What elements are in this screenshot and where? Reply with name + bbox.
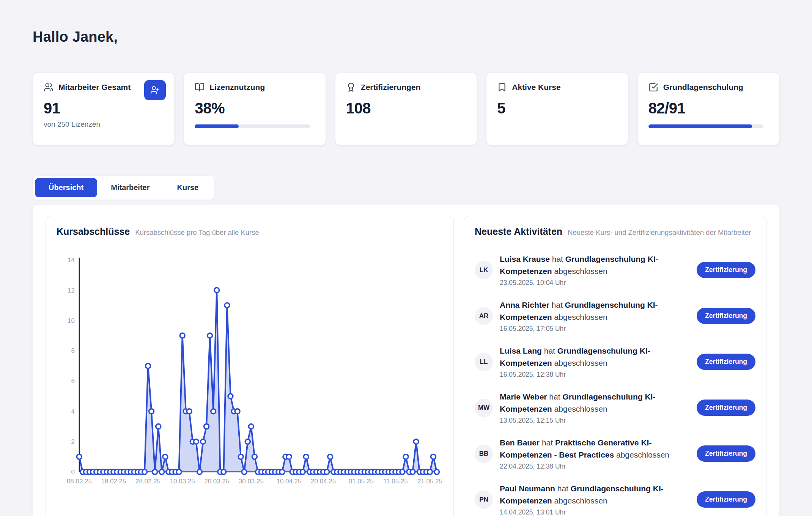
activity-user: Luisa Krause	[500, 255, 550, 263]
svg-text:28.02.25: 28.02.25	[135, 478, 161, 485]
activity-row: MW Marie Weber hat Grundlagenschulung KI…	[475, 385, 755, 431]
activity-timestamp: 16.05.2025, 17:05 Uhr	[500, 325, 690, 333]
stat-value: 108	[346, 100, 466, 117]
svg-text:2: 2	[71, 438, 74, 445]
stat-label: Mitarbeiter Gesamt	[58, 83, 131, 92]
overview-panel: Kursabschlüsse Kursabschlüsse pro Tag üb…	[33, 205, 779, 516]
svg-text:20.03.25: 20.03.25	[204, 478, 229, 485]
activity-timestamp: 22.04.2025, 12:38 Uhr	[500, 463, 690, 470]
stat-card-mitarbeiter-gesamt: Mitarbeiter Gesamt 91 von 250 Lizenzen	[33, 72, 175, 145]
stat-card-grundlagenschulung: Grundlagenschulung 82/91	[637, 72, 779, 145]
svg-text:10.04.25: 10.04.25	[276, 478, 301, 485]
stat-label: Grundlagenschulung	[663, 83, 743, 92]
stat-value: 91	[44, 100, 164, 117]
certification-badge: Zertifizierung	[697, 262, 755, 278]
stats-row: Mitarbeiter Gesamt 91 von 250 Lizenzen	[33, 72, 779, 145]
svg-text:30.03.25: 30.03.25	[239, 478, 264, 485]
stat-value: 82/91	[648, 100, 768, 117]
activity-row: LK Luisa Krause hat Grundlagenschulung K…	[475, 247, 755, 293]
stat-label: Aktive Kurse	[512, 83, 560, 92]
activity-list: LK Luisa Krause hat Grundlagenschulung K…	[475, 247, 755, 516]
activity-user: Anna Richter	[500, 300, 549, 309]
progress-fill	[195, 124, 238, 128]
users-icon	[44, 82, 54, 92]
activity-row: AR Anna Richter hat Grundlagenschulung K…	[475, 293, 755, 339]
svg-text:21.05.25: 21.05.25	[417, 478, 442, 485]
neueste-aktivitaeten-card: Neueste Aktivitäten Neueste Kurs- und Ze…	[464, 216, 766, 516]
avatar: BB	[475, 445, 493, 463]
tab-kurse[interactable]: Kurse	[164, 178, 212, 197]
svg-text:08.02.25: 08.02.25	[67, 478, 92, 485]
kursabschluesse-card: Kursabschlüsse Kursabschlüsse pro Tag üb…	[46, 216, 454, 516]
stat-card-zertifizierungen: Zertifizierungen 108	[335, 72, 477, 145]
avatar: MW	[475, 399, 493, 417]
avatar: PN	[475, 491, 493, 509]
stat-card-aktive-kurse: Aktive Kurse 5	[486, 72, 628, 145]
certification-badge: Zertifizierung	[697, 308, 755, 324]
activities-subtitle: Neueste Kurs- und Zertifizierungsaktivit…	[568, 228, 751, 237]
stat-card-lizenznutzung: Lizenznutzung 38%	[184, 72, 326, 145]
stat-label: Zertifizierungen	[361, 83, 421, 92]
dashboard-page: Hallo Janek, Mitarbeiter Gesamt 91	[0, 0, 812, 516]
svg-text:14: 14	[68, 256, 75, 264]
activities-title: Neueste Aktivitäten	[475, 226, 562, 237]
training-progress-bar	[648, 124, 764, 128]
svg-text:4: 4	[71, 408, 74, 415]
activity-timestamp: 14.04.2025, 13:01 Uhr	[500, 508, 690, 516]
activity-user: Ben Bauer	[500, 438, 540, 447]
activity-user: Paul Neumann	[500, 484, 555, 493]
square-check-icon	[648, 82, 658, 92]
chart-title: Kursabschlüsse	[57, 226, 130, 237]
license-progress-bar	[195, 124, 310, 128]
activity-user: Luisa Lang	[500, 346, 542, 355]
avatar: LL	[475, 353, 493, 371]
tab-uebersicht[interactable]: Übersicht	[35, 178, 97, 197]
stat-value: 5	[497, 100, 617, 117]
certification-badge: Zertifizierung	[697, 354, 755, 370]
activity-timestamp: 23.05.2025, 10:04 Uhr	[500, 279, 690, 287]
svg-text:8: 8	[71, 347, 74, 354]
stat-value: 38%	[195, 100, 315, 117]
activity-row: PN Paul Neumann hat Grundlagenschulung K…	[475, 477, 755, 516]
svg-text:6: 6	[71, 378, 74, 385]
svg-text:10.03.25: 10.03.25	[170, 478, 195, 485]
svg-text:18.02.25: 18.02.25	[101, 478, 126, 485]
svg-text:01.05.25: 01.05.25	[349, 478, 374, 485]
user-plus-icon	[150, 85, 160, 95]
award-icon	[346, 82, 356, 92]
avatar: LK	[475, 261, 493, 279]
svg-text:11.05.25: 11.05.25	[383, 478, 408, 485]
line-chart-svg: 0246810121408.02.2518.02.2528.02.2510.03…	[57, 249, 443, 495]
activity-timestamp: 13.05.2025, 12:15 Uhr	[500, 417, 690, 425]
certification-badge: Zertifizierung	[697, 445, 755, 462]
kursabschluesse-chart: 0246810121408.02.2518.02.2528.02.2510.03…	[57, 249, 443, 495]
stat-label: Lizenznutzung	[209, 83, 265, 92]
activity-user: Marie Weber	[500, 392, 547, 401]
svg-text:0: 0	[71, 469, 74, 476]
avatar: AR	[475, 307, 493, 325]
certification-badge: Zertifizierung	[697, 400, 755, 416]
activity-row: LL Luisa Lang hat Grundlagenschulung KI-…	[475, 339, 755, 385]
activity-timestamp: 16.05.2025, 12:38 Uhr	[500, 371, 690, 379]
bookmark-icon	[497, 82, 507, 92]
tab-mitarbeiter[interactable]: Mitarbeiter	[97, 178, 163, 197]
svg-text:20.04.25: 20.04.25	[311, 478, 336, 485]
book-open-icon	[195, 82, 205, 92]
svg-text:10: 10	[68, 317, 75, 324]
add-user-button[interactable]	[144, 80, 166, 100]
tab-bar: Übersicht Mitarbeiter Kurse	[33, 176, 214, 200]
stat-subtext: von 250 Lizenzen	[44, 120, 164, 129]
page-title: Hallo Janek,	[33, 0, 779, 45]
progress-fill	[648, 124, 752, 128]
certification-badge: Zertifizierung	[697, 491, 755, 508]
activity-row: BB Ben Bauer hat Praktische Generative K…	[475, 431, 755, 477]
svg-text:12: 12	[68, 287, 75, 294]
chart-subtitle: Kursabschlüsse pro Tag über alle Kurse	[135, 228, 259, 237]
